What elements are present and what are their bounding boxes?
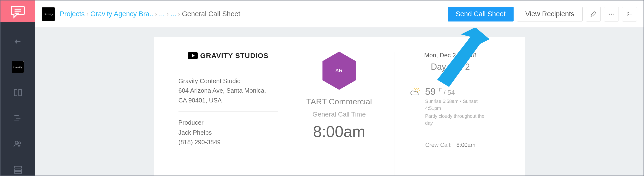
divider	[178, 111, 278, 112]
call-time-label: General Call Time	[290, 111, 389, 118]
project-badge[interactable]: Gravity	[42, 8, 55, 21]
producer-name: Jack Phelps	[178, 128, 278, 137]
chevron-right-icon: ›	[155, 11, 157, 18]
company-block: Gravity Content Studio 604 Arizona Ave, …	[178, 76, 278, 105]
svg-rect-3	[14, 90, 17, 96]
weather-temps: 59° F / 54	[425, 86, 492, 97]
svg-point-12	[613, 14, 614, 15]
shoot-date: Mon, Dec 24, 2018	[400, 52, 500, 59]
breadcrumb-current: General Call Sheet	[182, 10, 240, 18]
svg-rect-4	[18, 90, 21, 96]
svg-point-5	[15, 141, 18, 144]
more-button[interactable]	[604, 7, 619, 22]
checklist-button[interactable]	[622, 7, 637, 22]
nav-back-button[interactable]	[12, 35, 24, 48]
breadcrumb-project[interactable]: Gravity Agency Bra..	[90, 10, 153, 18]
breadcrumb-ellipsis-1[interactable]: ...	[159, 10, 165, 18]
app-logo[interactable]	[0, 1, 35, 22]
arrow-left-icon	[12, 36, 23, 47]
shoot-day: Day 1 of 2	[400, 62, 500, 72]
dots-horizontal-icon	[608, 11, 615, 18]
top-bar: Gravity Projects › Gravity Agency Bra.. …	[35, 1, 644, 28]
weather-partly-cloudy-icon	[409, 86, 421, 100]
svg-rect-7	[14, 166, 21, 168]
chat-bubble-icon	[10, 4, 26, 19]
sheet-company-column: GRAVITY STUDIOS Gravity Content Studio 6…	[173, 52, 284, 175]
rows-icon	[12, 164, 23, 174]
weather-description: Partly cloudy throughout the day.	[425, 113, 492, 127]
main-area: Gravity Projects › Gravity Agency Bra.. …	[35, 1, 644, 175]
pencil-icon	[590, 11, 597, 18]
nav-project-gravity[interactable]: Gravity	[12, 61, 24, 73]
people-icon	[12, 138, 23, 149]
play-badge-icon	[188, 52, 198, 59]
producer-phone: (818) 290-3849	[178, 137, 278, 147]
call-sheet-card: GRAVITY STUDIOS Gravity Content Studio 6…	[154, 37, 525, 175]
producer-role: Producer	[178, 118, 278, 127]
chevron-right-icon: ›	[178, 11, 180, 18]
nav-list-button[interactable]	[12, 163, 24, 175]
svg-rect-8	[14, 169, 21, 170]
hex-label: TART	[332, 68, 346, 74]
company-addr1: 604 Arizona Ave, Santa Monica,	[178, 86, 278, 95]
weather-block: 59° F / 54 Sunrise 6:58am • Sunset 4:51p…	[400, 86, 500, 127]
breadcrumb: Projects › Gravity Agency Bra.. › ... › …	[60, 10, 240, 18]
company-name: Gravity Content Studio	[178, 76, 278, 86]
breadcrumb-ellipsis-2[interactable]: ...	[170, 10, 176, 18]
weather-unit: ° F	[436, 87, 442, 93]
view-recipients-button[interactable]: View Recipients	[517, 7, 582, 22]
nav-breakdown-button[interactable]	[12, 112, 24, 124]
svg-point-11	[611, 14, 612, 15]
sheet-title: TART Commercial	[290, 97, 389, 106]
producer-block: Producer Jack Phelps (818) 290-3849	[178, 118, 278, 147]
columns-icon	[12, 87, 23, 98]
studio-logo: GRAVITY STUDIOS	[178, 52, 278, 63]
edit-button[interactable]	[586, 7, 601, 22]
indent-icon	[12, 113, 23, 123]
svg-rect-9	[14, 171, 21, 173]
divider	[178, 70, 278, 70]
left-nav-rail: Gravity	[0, 1, 35, 175]
weather-lo: 54	[448, 89, 455, 96]
studio-name: GRAVITY STUDIOS	[200, 52, 268, 60]
nav-people-button[interactable]	[12, 138, 24, 150]
sheet-call-column: TART TART Commercial General Call Time 8…	[284, 52, 394, 175]
chevron-right-icon: ›	[87, 11, 88, 18]
project-badge-label: Gravity	[44, 12, 53, 16]
nav-project-label: Gravity	[13, 65, 22, 69]
weather-sun-times: Sunrise 6:58am • Sunset 4:51pm	[425, 98, 492, 112]
company-addr2: CA 90401, USA	[178, 96, 278, 105]
content-scroll: GRAVITY STUDIOS Gravity Content Studio 6…	[35, 28, 644, 175]
sheet-day-column: Mon, Dec 24, 2018 Day 1 of 2 59° F / 54 …	[394, 52, 506, 175]
svg-point-6	[18, 142, 20, 144]
svg-point-10	[609, 14, 610, 15]
crew-call-time: 8:00am	[456, 142, 476, 148]
nav-boards-button[interactable]	[12, 86, 24, 99]
project-hex-badge: TART	[322, 52, 356, 90]
call-time-value: 8:00am	[290, 123, 389, 141]
crew-call-label: Crew Call:	[425, 142, 452, 148]
checklist-icon	[626, 11, 633, 18]
weather-hi: 59	[425, 86, 436, 97]
breadcrumb-root[interactable]: Projects	[60, 10, 85, 18]
chevron-right-icon: ›	[166, 11, 168, 18]
send-call-sheet-button[interactable]: Send Call Sheet	[448, 7, 514, 22]
crew-call-row: Crew Call: 8:00am	[400, 136, 500, 148]
